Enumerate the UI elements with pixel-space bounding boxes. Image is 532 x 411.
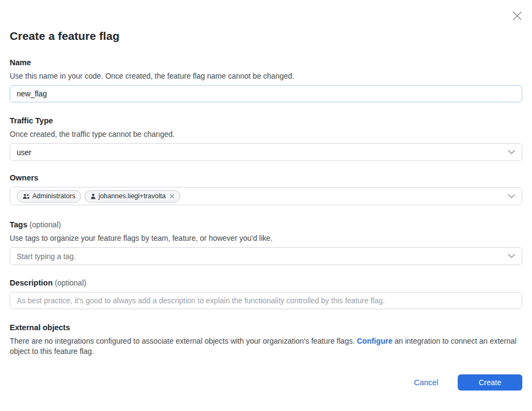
remove-owner-button[interactable]	[170, 194, 174, 199]
traffic-type-value: user	[17, 148, 508, 157]
close-button[interactable]	[509, 8, 524, 23]
name-label: Name	[10, 58, 522, 67]
chevron-down-icon	[508, 254, 515, 259]
name-helper-text: Use this name in your code. Once created…	[10, 71, 522, 81]
group-icon	[23, 193, 30, 199]
description-optional-label: (optional)	[55, 278, 86, 287]
owner-chip-label: johannes.liegl+travolta	[99, 192, 166, 200]
chevron-down-icon	[508, 194, 515, 199]
close-icon	[170, 194, 174, 199]
owner-chip-label: Administrators	[32, 192, 75, 200]
owners-select[interactable]: Administrators johannes.liegl+travolta	[10, 187, 522, 205]
tags-helper-text: Use tags to organize your feature flags …	[10, 233, 522, 243]
tags-optional-label: (optional)	[30, 220, 61, 229]
external-objects-text: There are no integrations configured to …	[10, 336, 522, 356]
description-label: Description (optional)	[10, 278, 522, 288]
owner-chip-administrators[interactable]: Administrators	[17, 190, 81, 203]
external-objects-text-before: There are no integrations configured to …	[10, 337, 357, 345]
person-icon	[90, 193, 96, 199]
create-feature-flag-modal: Create a feature flag Name Use this name…	[0, 0, 532, 411]
tags-label: Tags (optional)	[10, 220, 522, 229]
traffic-type-select[interactable]: user	[10, 143, 522, 161]
create-button[interactable]: Create	[458, 374, 522, 391]
modal-footer: Cancel Create	[411, 374, 522, 391]
chevron-down-icon	[508, 150, 515, 155]
close-icon	[511, 10, 523, 22]
owners-label: Owners	[10, 173, 522, 183]
description-input[interactable]	[10, 292, 522, 309]
traffic-type-label: Traffic Type	[10, 116, 522, 126]
traffic-type-helper-text: Once created, the traffic type cannot be…	[10, 129, 522, 139]
name-input[interactable]	[10, 85, 522, 102]
external-objects-label: External objects	[10, 323, 522, 332]
tags-placeholder: Start typing a tag.	[17, 252, 508, 261]
owner-chip-johannes[interactable]: johannes.liegl+travolta	[85, 190, 180, 203]
tags-select[interactable]: Start typing a tag.	[10, 247, 522, 265]
configure-link[interactable]: Configure	[357, 337, 393, 345]
cancel-button[interactable]: Cancel	[411, 376, 442, 389]
modal-title: Create a feature flag	[10, 0, 522, 44]
